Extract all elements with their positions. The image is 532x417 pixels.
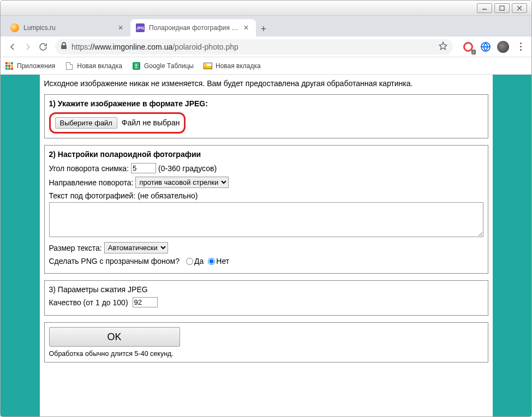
png-no-radio[interactable]: [208, 258, 215, 265]
content-viewport[interactable]: Исходное изображение никак не изменяется…: [1, 75, 531, 416]
png-no-label: Нет: [216, 257, 229, 265]
bookmark-label: Приложения: [17, 62, 55, 70]
bookmark-label: Новая вкладка: [216, 62, 261, 70]
sheets-icon: [132, 62, 141, 70]
direction-label: Направление поворота:: [49, 178, 134, 187]
window-maximize-button[interactable]: [494, 3, 510, 13]
url-path: /polaroid-photo.php: [172, 43, 238, 51]
bookmarks-bar: Приложения Новая вкладка Google Таблицы …: [1, 57, 531, 75]
address-bar[interactable]: https://www.imgonline.com.ua/polaroid-ph…: [55, 39, 453, 55]
window-close-button[interactable]: [512, 3, 527, 13]
picture-icon: [204, 62, 212, 70]
caption-label: Текст под фотографией: (не обязательно): [49, 191, 198, 200]
upload-highlight: Выберите файл Файл не выбран: [49, 112, 186, 134]
document-icon: [65, 62, 74, 70]
back-button[interactable]: [5, 39, 20, 55]
lock-icon: [61, 42, 67, 51]
new-tab-button[interactable]: +: [256, 21, 271, 37]
section-submit: OK Обработка обычно длится 5-40 секунд.: [44, 322, 488, 362]
section-title: 2) Настройки полароидной фотографии: [49, 150, 483, 159]
png-yes-label: Да: [194, 257, 204, 265]
png-yes-radio[interactable]: [186, 258, 193, 265]
tab-close-button[interactable]: ✕: [116, 23, 125, 32]
jpg-favicon-icon: JPG: [136, 23, 145, 32]
newtab-bookmark[interactable]: Новая вкладка: [65, 62, 122, 70]
processing-hint: Обработка обычно длится 5-40 секунд.: [49, 350, 483, 358]
newtab-bookmark-2[interactable]: Новая вкладка: [204, 62, 261, 70]
caption-textarea[interactable]: [49, 202, 483, 237]
section-upload: 1) Укажите изображение в формате JPEG: В…: [44, 94, 488, 138]
section-title: 3) Параметры сжатия JPEG: [49, 285, 483, 294]
apps-bookmark[interactable]: Приложения: [5, 62, 55, 70]
file-status: Файл не выбран: [122, 118, 180, 127]
apps-grid-icon: [5, 62, 14, 70]
orange-favicon-icon: [10, 23, 19, 32]
section-title: 1) Укажите изображение в формате JPEG:: [49, 99, 483, 108]
globe-extension-icon[interactable]: [479, 40, 492, 53]
angle-input[interactable]: [131, 163, 156, 173]
angle-label: Угол поворота снимка:: [49, 164, 129, 173]
bookmark-label: Google Таблицы: [144, 62, 194, 70]
tab-imgonline[interactable]: JPG Полароидная фотография онла ✕: [130, 19, 256, 37]
forward-button[interactable]: [20, 39, 35, 55]
quality-label: Качество (от 1 до 100): [49, 298, 128, 307]
url-scheme: https: [71, 43, 88, 51]
browser-window: Lumpics.ru ✕ JPG Полароидная фотография …: [0, 0, 532, 417]
toolbar: https://www.imgonline.com.ua/polaroid-ph…: [1, 37, 531, 57]
url-host: ://www.imgonline.com.ua: [88, 43, 172, 51]
text-size-label: Размер текста:: [49, 244, 102, 252]
tab-strip: Lumpics.ru ✕ JPG Полароидная фотография …: [1, 16, 531, 37]
tab-close-button[interactable]: ✕: [242, 23, 250, 32]
section-jpeg: 3) Параметры сжатия JPEG Качество (от 1 …: [44, 280, 488, 316]
extension-badge: 2: [471, 50, 476, 55]
tab-title: Полароидная фотография онла: [149, 24, 240, 32]
reload-button[interactable]: [35, 39, 51, 55]
intro-text: Исходное изображение никак не изменяется…: [44, 75, 488, 94]
tab-lumpics[interactable]: Lumpics.ru ✕: [5, 19, 130, 37]
quality-input[interactable]: [133, 297, 158, 307]
menu-button[interactable]: [514, 40, 527, 53]
window-titlebar: [1, 1, 531, 16]
section-settings: 2) Настройки полароидной фотографии Угол…: [44, 145, 488, 274]
text-size-select[interactable]: Автоматически: [104, 242, 168, 253]
page-body: Исходное изображение никак не изменяется…: [40, 75, 493, 416]
bookmark-star-icon[interactable]: [439, 41, 447, 52]
angle-hint: (0-360 градусов): [158, 164, 217, 173]
svg-rect-1: [500, 6, 504, 10]
opera-extension-icon[interactable]: 2: [462, 40, 475, 53]
ok-button[interactable]: OK: [49, 327, 180, 347]
window-minimize-button[interactable]: [477, 3, 492, 13]
choose-file-button[interactable]: Выберите файл: [55, 117, 117, 129]
tab-title: Lumpics.ru: [23, 24, 114, 32]
svg-rect-4: [61, 45, 67, 49]
profile-avatar[interactable]: [497, 40, 510, 53]
direction-select[interactable]: против часовой стрелки: [135, 177, 229, 188]
sheets-bookmark[interactable]: Google Таблицы: [132, 62, 194, 70]
png-label: Сделать PNG с прозрачным фоном?: [49, 257, 180, 265]
bookmark-label: Новая вкладка: [77, 62, 122, 70]
